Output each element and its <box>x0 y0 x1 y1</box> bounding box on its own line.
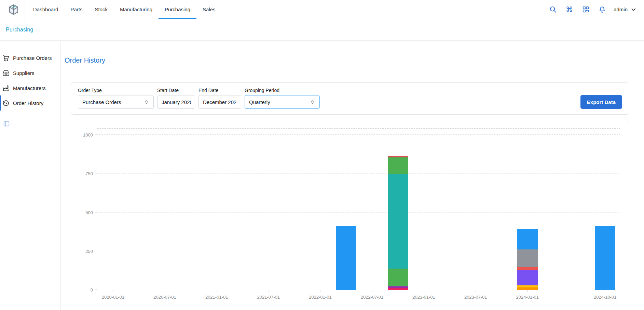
bar-segment[interactable] <box>517 249 538 268</box>
sidebar-item-purchase-orders[interactable]: Purchase Orders <box>0 50 60 65</box>
x-axis-label: 2024-10-01 <box>594 295 617 300</box>
sidebar: Purchase Orders Suppliers Manufacturer <box>0 41 60 310</box>
sidebar-item-manufacturers[interactable]: Manufacturers <box>0 80 60 95</box>
start-date-input[interactable] <box>157 95 195 109</box>
filter-end-date: End Date <box>198 88 241 109</box>
bar-segment[interactable] <box>517 287 538 290</box>
stacked-bar[interactable] <box>595 129 615 290</box>
nav-item-label: Dashboard <box>33 7 58 12</box>
plot-area: 025050075010002020-01-012020-07-012021-0… <box>97 128 620 290</box>
y-tick-mark <box>95 289 97 290</box>
notification-bell-icon[interactable] <box>596 3 608 16</box>
barcode-scan-icon[interactable] <box>579 3 592 16</box>
start-date-label: Start Date <box>157 88 195 93</box>
title-divider <box>65 70 629 70</box>
breadcrumb-link-purchasing[interactable]: Purchasing <box>6 27 33 33</box>
x-axis-label: 2023-07-01 <box>464 295 487 300</box>
grouping-period-select[interactable]: Quarterly <box>245 95 320 109</box>
main-nav: Dashboard Parts Stock Manufacturing Purc… <box>25 0 224 19</box>
y-tick-mark <box>95 251 97 251</box>
y-axis-label: 500 <box>85 210 93 215</box>
grouping-period-value: Quarterly <box>249 99 270 105</box>
x-tick-mark <box>476 290 476 292</box>
end-date-label: End Date <box>198 88 241 93</box>
order-type-select[interactable]: Purchase Orders <box>78 95 154 109</box>
order-history-chart-card: 025050075010002020-01-012020-07-012021-0… <box>71 121 629 310</box>
bar-segment[interactable] <box>388 269 408 286</box>
nav-item-label: Sales <box>203 7 216 12</box>
username: admin <box>614 7 628 12</box>
user-menu[interactable]: admin <box>614 7 636 12</box>
nav-item-label: Manufacturing <box>120 7 152 12</box>
building-factory-icon <box>2 84 10 92</box>
x-tick-mark <box>372 290 372 292</box>
sidebar-collapse-icon[interactable] <box>3 120 11 128</box>
x-axis-label: 2022-07-01 <box>361 295 384 300</box>
nav-item-sales[interactable]: Sales <box>196 0 222 19</box>
bar-segment[interactable] <box>517 229 538 249</box>
select-chevrons-icon <box>143 99 149 105</box>
x-tick-mark <box>217 290 217 292</box>
nav-item-parts[interactable]: Parts <box>64 0 88 19</box>
shopping-cart-icon <box>2 54 10 62</box>
select-chevrons-icon <box>310 99 315 105</box>
sidebar-item-label: Manufacturers <box>13 85 46 91</box>
stacked-bar[interactable] <box>336 129 356 290</box>
y-axis-label: 250 <box>85 248 93 254</box>
sidebar-item-order-history[interactable]: Order History <box>0 95 60 111</box>
order-type-value: Purchase Orders <box>82 99 121 105</box>
bar-segment[interactable] <box>336 226 356 290</box>
history-clock-icon <box>2 99 10 107</box>
gridline <box>97 251 620 251</box>
content-area: Purchase Orders Suppliers Manufacturer <box>0 41 644 310</box>
y-tick-mark <box>95 173 97 173</box>
nav-item-manufacturing[interactable]: Manufacturing <box>114 0 159 19</box>
sidebar-item-label: Purchase Orders <box>13 55 52 61</box>
order-type-label: Order Type <box>78 88 154 93</box>
filter-order-type: Order Type Purchase Orders <box>78 88 154 109</box>
x-tick-mark <box>320 290 320 292</box>
x-axis-label: 2023-01-01 <box>412 295 435 300</box>
bar-segment[interactable] <box>388 174 408 269</box>
nav-item-dashboard[interactable]: Dashboard <box>27 0 64 19</box>
page-title: Order History <box>65 56 629 64</box>
filter-panel: Order Type Purchase Orders Start Date En… <box>71 82 629 115</box>
search-icon[interactable] <box>547 3 559 16</box>
x-tick-mark <box>424 290 424 292</box>
bar-segment[interactable] <box>388 157 408 174</box>
x-axis-label: 2020-01-01 <box>102 295 125 300</box>
export-data-button[interactable]: Export Data <box>580 95 622 109</box>
y-axis-label: 0 <box>91 287 93 293</box>
bar-segment[interactable] <box>517 270 538 285</box>
stacked-bar[interactable] <box>517 129 538 290</box>
y-tick-mark <box>95 134 97 135</box>
grouping-period-label: Grouping Period <box>245 88 320 93</box>
x-axis-label: 2021-01-01 <box>205 295 228 300</box>
end-date-input[interactable] <box>198 95 241 109</box>
bar-segment[interactable] <box>388 288 408 290</box>
stacked-bar[interactable] <box>388 129 408 290</box>
top-navbar: Dashboard Parts Stock Manufacturing Purc… <box>0 0 644 19</box>
x-axis-label: 2021-07-01 <box>257 295 280 300</box>
bar-segment[interactable] <box>517 267 538 270</box>
command-icon[interactable]: ⌘ <box>563 3 575 16</box>
bar-segment[interactable] <box>595 226 615 290</box>
nav-item-label: Parts <box>70 7 82 12</box>
x-axis-label: 2020-07-01 <box>153 295 176 300</box>
x-tick-mark <box>605 290 605 292</box>
sidebar-item-suppliers[interactable]: Suppliers <box>0 65 60 80</box>
x-tick-mark <box>527 290 528 292</box>
x-tick-mark <box>269 290 269 292</box>
filter-start-date: Start Date <box>157 88 195 109</box>
command-glyph: ⌘ <box>566 6 573 13</box>
y-axis-label: 1000 <box>83 132 93 138</box>
nav-item-stock[interactable]: Stock <box>88 0 114 19</box>
x-axis-label: 2022-01-01 <box>309 295 332 300</box>
sidebar-item-label: Order History <box>13 100 43 106</box>
building-store-icon <box>2 69 10 77</box>
app-logo-icon[interactable] <box>8 3 20 16</box>
y-tick-mark <box>95 212 97 212</box>
gridline <box>97 173 620 173</box>
x-tick-mark <box>165 290 165 292</box>
nav-item-purchasing[interactable]: Purchasing <box>159 0 196 19</box>
